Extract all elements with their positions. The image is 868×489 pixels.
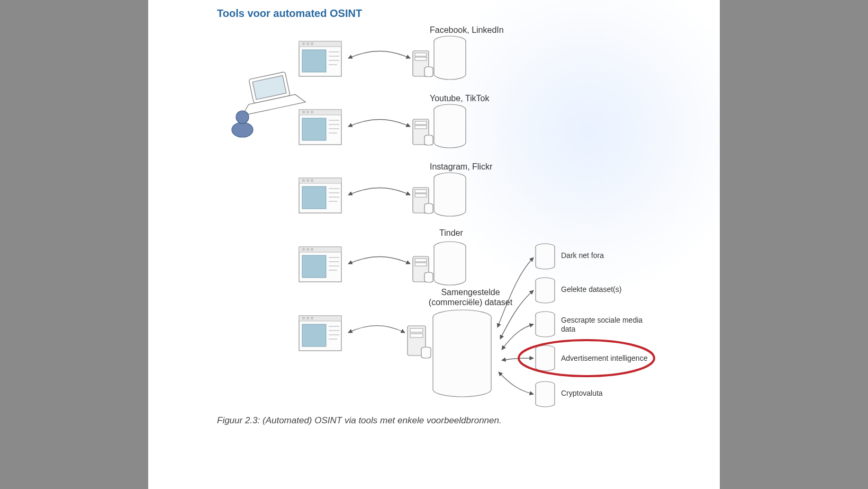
window-icon <box>299 178 341 213</box>
laptop-icon <box>236 69 306 115</box>
dataset-label-cryptovaluta: Cryptovaluta <box>561 389 603 397</box>
figure-caption: Figuur 2.3: (Automated) OSINT via tools … <box>217 415 502 426</box>
svg-rect-23 <box>410 334 423 337</box>
cylinder-icon <box>536 345 555 371</box>
dataset-label-scraped-social: Gescrapte sociale media data <box>561 316 646 334</box>
window-icon <box>299 247 341 282</box>
window-icon <box>299 316 341 351</box>
server-db-icon <box>413 173 466 216</box>
cylinder-icon <box>536 381 555 407</box>
dataset-label-ad-intelligence: Advertisement intelligence <box>561 354 647 362</box>
cylinder-icon <box>536 244 555 269</box>
server-db-large-icon <box>408 310 491 397</box>
svg-point-18 <box>232 122 253 137</box>
cylinder-icon <box>536 278 555 303</box>
person-icon <box>232 111 253 137</box>
dataset-label-leaked-datasets: Gelekte dataset(s) <box>561 285 621 294</box>
server-db-icon <box>413 36 466 79</box>
source-label-youtube-tiktok: Youtube, TikTok <box>430 94 489 103</box>
svg-point-19 <box>236 111 249 123</box>
source-label-commercial-dataset: Samengestelde (commerciële) dataset <box>426 287 516 307</box>
source-label-facebook-linkedin: Facebook, LinkedIn <box>430 25 504 35</box>
cylinder-icon <box>536 312 555 337</box>
server-db-icon <box>413 104 466 148</box>
server-db-icon <box>413 242 466 285</box>
window-icon <box>299 41 341 76</box>
osint-diagram: Facebook, LinkedIn Youtube, TikTok Insta… <box>148 0 720 434</box>
source-label-tinder: Tinder <box>439 228 463 238</box>
dataset-label-darknet-fora: Dark net fora <box>561 251 604 260</box>
svg-rect-22 <box>410 328 423 332</box>
window-icon <box>299 110 341 145</box>
source-label-instagram-flickr: Instagram, Flickr <box>430 162 492 172</box>
document-page: Tools voor automated OSINT Facebook, Lin… <box>148 0 720 489</box>
